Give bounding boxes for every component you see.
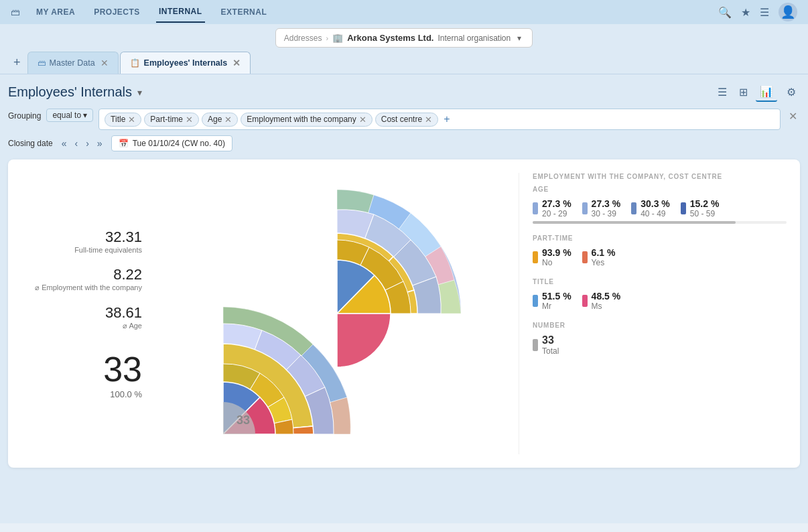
age-item-20-29: 27.3 % 20 - 29 (533, 198, 571, 218)
search-button[interactable]: 🔍 (718, 6, 732, 19)
filter-tag-title-label: Title (111, 115, 125, 124)
menu-button[interactable]: ☰ (760, 6, 769, 19)
title-breakdown: TITLE 51.5 % Mr 48.5 % Ms (533, 278, 787, 311)
top-nav-actions: 🔍 ★ ☰ 👤 (718, 3, 797, 21)
view-list-button[interactable]: ☰ (714, 83, 731, 101)
filter-row: Grouping equal to ▾ Title ✕ Part-time ✕ … (8, 109, 800, 130)
title-pct-ms: 48.5 % (592, 291, 621, 302)
part-time-label-no: No (542, 258, 571, 267)
number-section-title: NUMBER (533, 322, 787, 329)
age-range-50-59: 50 - 59 (690, 209, 720, 218)
part-time-swatch-no (533, 251, 538, 263)
age-breakdown: AGE 27.3 % 20 - 29 27.3 % 30 - 39 (533, 186, 787, 224)
dashboard-card: 32.31 Full-time equivalents 8.22 ⌀ Emplo… (8, 159, 800, 468)
date-navigation: « ‹ › » (58, 136, 106, 151)
stat-fte: 32.31 Full-time equivalents (21, 228, 142, 254)
title-label-ms: Ms (592, 302, 621, 311)
nav-logo: 🗃 (11, 7, 20, 17)
view-chart-button[interactable]: 📊 (756, 82, 777, 102)
favorites-button[interactable]: ★ (741, 6, 750, 19)
filter-tag-age-label: Age (208, 115, 222, 124)
date-nav-last[interactable]: » (94, 136, 106, 151)
grouping-label: Grouping (8, 109, 41, 123)
center-total-number: 33 (21, 349, 142, 389)
org-icon: 🏢 (332, 33, 343, 43)
filter-tag-cost-centre[interactable]: Cost centre ✕ (375, 113, 438, 127)
filter-tag-part-time[interactable]: Part-time ✕ (144, 113, 199, 127)
date-nav-prev[interactable]: ‹ (72, 136, 82, 151)
filter-tag-employment[interactable]: Employment with the company ✕ (241, 113, 372, 127)
tab-employees-internals[interactable]: 📋 Employees' Internals ✕ (120, 52, 251, 74)
nav-my-area[interactable]: MY AREA (33, 2, 78, 22)
settings-filter-button[interactable]: ⚙ (783, 83, 800, 101)
title-section-title: TITLE (533, 278, 787, 285)
age-swatch-20-29 (533, 202, 538, 214)
view-tree-button[interactable]: ⊞ (735, 83, 752, 101)
number-label: Total (542, 346, 559, 356)
filter-tags-container: Title ✕ Part-time ✕ Age ✕ Employment wit… (98, 109, 781, 130)
add-tab-button[interactable]: + (8, 52, 26, 74)
age-pct-30-39: 27.3 % (592, 198, 621, 209)
age-scrollbar[interactable] (533, 221, 787, 224)
age-section-title: AGE (533, 186, 787, 193)
filter-tag-employment-close[interactable]: ✕ (359, 115, 366, 125)
page-title-area: Employees' Internals ▾ (8, 84, 142, 100)
part-time-item-yes: 6.1 % Yes (582, 247, 616, 267)
title-swatch-ms (582, 295, 588, 307)
grouping-text: Grouping (8, 111, 41, 121)
number-swatch (533, 339, 538, 351)
page-title: Employees' Internals (8, 84, 132, 100)
user-avatar[interactable]: 👤 (779, 3, 797, 21)
tab-master-data[interactable]: 🗃 Master Data ✕ (27, 52, 119, 74)
part-time-label-yes: Yes (592, 258, 616, 267)
number-section: NUMBER 33 Total (533, 322, 787, 356)
filter-tag-title[interactable]: Title ✕ (105, 113, 141, 127)
breadcrumb[interactable]: Addresses › 🏢 Arkona Systems Ltd. Intern… (275, 28, 533, 48)
filter-tag-age[interactable]: Age ✕ (202, 113, 238, 127)
date-display[interactable]: 📅 Tue 01/10/24 (CW no. 40) (111, 135, 232, 151)
org-type: Internal organisation (437, 34, 511, 43)
org-dropdown-chevron[interactable]: ▾ (517, 34, 521, 43)
tab-master-data-close[interactable]: ✕ (100, 58, 109, 68)
date-nav-first[interactable]: « (58, 136, 70, 151)
age-pct-40-49: 30.3 % (641, 198, 670, 209)
title-dropdown-chevron[interactable]: ▾ (137, 87, 142, 98)
part-time-pct-yes: 6.1 % (592, 247, 616, 258)
breadcrumb-org: 🏢 Arkona Systems Ltd. Internal organisat… (332, 33, 521, 43)
center-pct: 100.0 % (21, 389, 142, 399)
stat-age: 38.61 ⌀ Age (21, 304, 142, 330)
filter-tag-part-time-close[interactable]: ✕ (186, 115, 193, 125)
part-time-breakdown-row: 93.9 % No 6.1 % Yes (533, 247, 787, 267)
title-item-mr: 51.5 % Mr (533, 291, 571, 311)
svg-text:33: 33 (237, 413, 250, 427)
nav-external[interactable]: EXTERNAL (218, 2, 270, 22)
stat-employment-value: 8.22 (21, 266, 142, 283)
right-panel: EMPLOYMENT WITH THE COMPANY, COST CENTRE… (519, 173, 787, 454)
age-item-50-59: 15.2 % 50 - 59 (681, 198, 720, 218)
date-row: Closing date « ‹ › » 📅 Tue 01/10/24 (CW … (8, 135, 800, 151)
filter-tag-age-close[interactable]: ✕ (224, 115, 232, 125)
org-name: Arkona Systems Ltd. (347, 33, 433, 43)
main-content: Employees' Internals ▾ ☰ ⊞ 📊 ⚙ Grouping … (0, 74, 808, 523)
nav-projects[interactable]: PROJECTS (91, 2, 143, 22)
age-range-20-29: 20 - 29 (542, 209, 571, 218)
tab-employees-close[interactable]: ✕ (232, 58, 241, 68)
date-nav-next[interactable]: › (82, 136, 92, 151)
filter-clear-button[interactable]: ✕ (786, 109, 800, 124)
number-value: 33 (542, 334, 559, 346)
filter-tag-cost-centre-close[interactable]: ✕ (425, 115, 432, 125)
grouping-value-text: equal to (52, 111, 81, 120)
stat-employment-label: ⌀ Employment with the company (21, 283, 142, 292)
filter-tag-title-close[interactable]: ✕ (128, 115, 135, 125)
grouping-equal-to-badge[interactable]: equal to ▾ (46, 109, 93, 122)
filter-add-button[interactable]: + (441, 113, 452, 125)
chart-area: 33 (155, 173, 519, 454)
age-item-30-39: 27.3 % 30 - 39 (582, 198, 621, 218)
date-value: Tue 01/10/24 (CW no. 40) (133, 139, 225, 148)
part-time-section-title: PART-TIME (533, 235, 787, 242)
title-pct-mr: 51.5 % (542, 291, 571, 302)
tab-employees-icon: 📋 (130, 58, 140, 68)
filter-tag-cost-centre-label: Cost centre (381, 115, 422, 124)
nav-internal[interactable]: INTERNAL (156, 1, 205, 23)
tab-master-data-label: Master Data (50, 58, 95, 68)
